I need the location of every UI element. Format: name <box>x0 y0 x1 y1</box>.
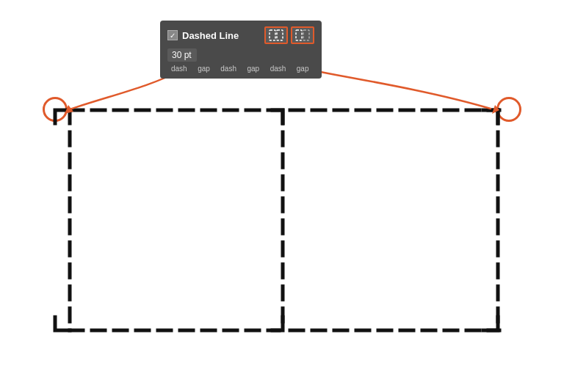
checkbox-icon[interactable] <box>167 30 178 40</box>
svg-rect-3 <box>303 30 309 40</box>
label-gap-2: gap <box>242 65 265 73</box>
label-gap-3: gap <box>291 65 314 73</box>
panel-header: Dashed Line <box>167 26 314 44</box>
corner-align-button-2[interactable] <box>291 26 314 44</box>
panel-title: Dashed Line <box>182 30 239 41</box>
dashed-line-panel: Dashed Line 30 pt dash gap dash gap dash <box>160 21 322 79</box>
panel-title-row: Dashed Line <box>167 30 239 41</box>
panel-size-row: 30 pt <box>167 48 314 62</box>
label-dash-3: dash <box>267 65 290 73</box>
label-dash-2: dash <box>217 65 240 73</box>
panel-buttons <box>264 26 314 44</box>
label-gap-1: gap <box>192 65 216 73</box>
corner-align-button-1[interactable] <box>264 26 288 44</box>
panel-labels: dash gap dash gap dash gap <box>167 65 314 73</box>
svg-rect-1 <box>277 30 283 40</box>
size-value[interactable]: 30 pt <box>167 48 197 62</box>
svg-rect-2 <box>296 30 302 40</box>
label-dash-1: dash <box>167 65 191 73</box>
svg-rect-0 <box>270 30 275 40</box>
